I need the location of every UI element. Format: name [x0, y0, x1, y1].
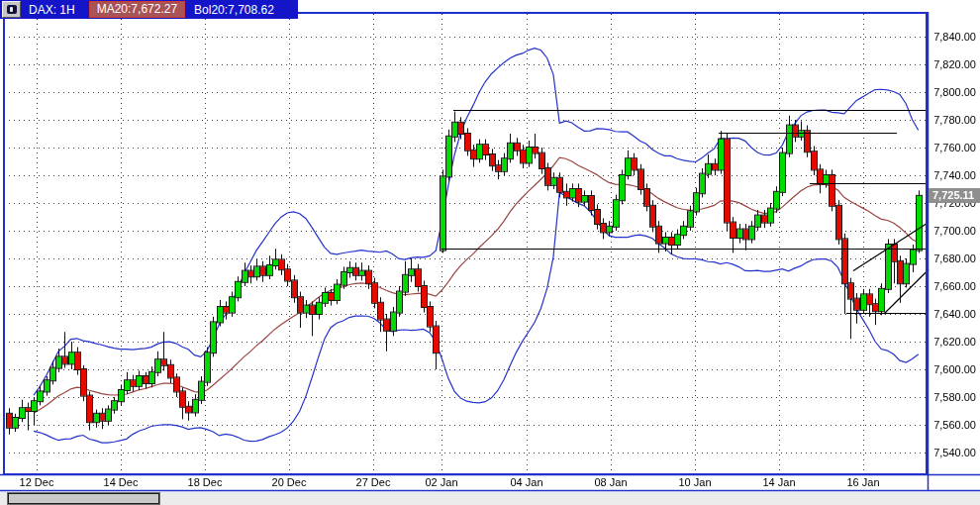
last-price-marker: 7,725.11 — [929, 188, 980, 203]
price-tick-label: 7,820.00 — [931, 58, 976, 70]
price-tick-label: 7,600.00 — [931, 363, 976, 375]
price-tick-label: 7,580.00 — [931, 391, 976, 403]
price-tick-label: 7,680.00 — [931, 252, 976, 264]
price-tick-label: 7,640.00 — [931, 308, 976, 320]
price-tick-label: 7,700.00 — [931, 225, 976, 237]
symbol-timeframe-label: DAX: 1H — [29, 3, 75, 17]
chart-header-bar: DAX: 1H MA20:7,672.27 Bol20:7,708.62 — [0, 0, 298, 19]
price-tick-label: 7,840.00 — [931, 31, 976, 43]
date-tick-label: 16 Jan — [835, 476, 891, 488]
bollinger-value-label: Bol20:7,708.62 — [194, 3, 274, 17]
date-tick-label: 18 Dec — [177, 476, 233, 488]
chart-icon — [7, 5, 17, 14]
date-tick-label: 10 Jan — [667, 476, 723, 488]
ma20-value-badge: MA20:7,672.27 — [89, 1, 185, 18]
price-tick-label: 7,620.00 — [931, 336, 976, 348]
date-tick-label: 02 Jan — [414, 476, 469, 488]
price-tick-label: 7,780.00 — [931, 114, 976, 126]
price-tick-label: 7,660.00 — [931, 280, 976, 292]
date-tick-label: 08 Jan — [583, 476, 638, 488]
date-tick-label: 14 Dec — [93, 476, 148, 488]
price-tick-label: 7,800.00 — [931, 86, 976, 98]
date-tick-label: 12 Dec — [9, 476, 64, 488]
price-axis: 7,725.11 7,840.007,820.007,800.007,780.0… — [929, 0, 980, 475]
date-tick-label: 14 Jan — [751, 476, 807, 488]
chart-window-icon-button[interactable] — [2, 1, 21, 18]
scrollbar-thumb[interactable] — [8, 493, 159, 504]
date-tick-label: 04 Jan — [499, 476, 554, 488]
date-tick-label: 20 Dec — [261, 476, 317, 488]
price-tick-label: 7,760.00 — [931, 142, 976, 153]
candlestick-chart-canvas[interactable] — [0, 0, 980, 505]
price-tick-label: 7,560.00 — [931, 419, 976, 431]
price-tick-label: 7,540.00 — [931, 447, 976, 458]
horizontal-scrollbar-track[interactable] — [0, 492, 980, 505]
price-tick-label: 7,740.00 — [931, 169, 976, 181]
date-axis: 12 Dec14 Dec18 Dec20 Dec27 Dec02 Jan04 J… — [0, 475, 928, 491]
date-tick-label: 27 Dec — [345, 476, 401, 488]
